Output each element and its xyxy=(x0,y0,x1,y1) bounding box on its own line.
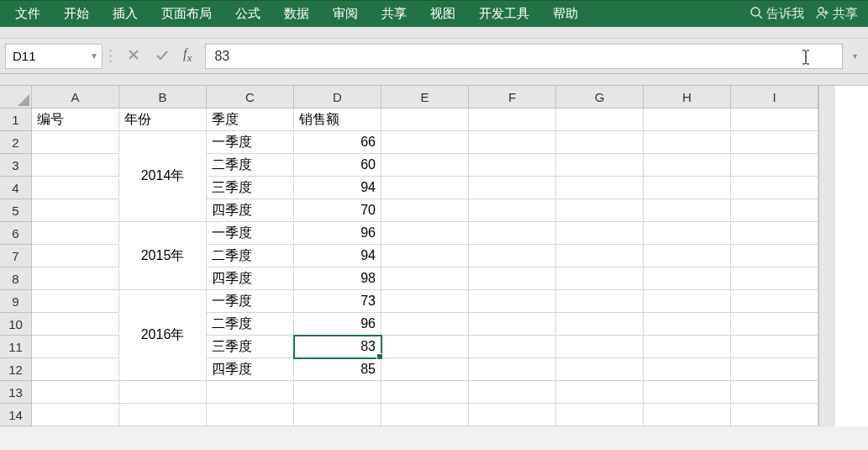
cell-C1[interactable]: 季度 xyxy=(207,109,294,131)
row-header-14[interactable]: 14 xyxy=(0,404,32,426)
ribbon-tab-0[interactable]: 文件 xyxy=(3,1,52,27)
cell-G9[interactable] xyxy=(556,290,644,313)
cell-C3[interactable]: 二季度 xyxy=(207,154,294,177)
cell-I13[interactable] xyxy=(731,381,818,404)
cell-F14[interactable] xyxy=(469,404,556,426)
cell-B14[interactable] xyxy=(119,404,207,426)
cell-G3[interactable] xyxy=(556,154,644,177)
ribbon-tab-8[interactable]: 视图 xyxy=(418,1,467,27)
col-header-F[interactable]: F xyxy=(469,86,556,109)
cell-E9[interactable] xyxy=(381,290,469,313)
cell-D7[interactable]: 94 xyxy=(294,245,381,267)
cell-F5[interactable] xyxy=(469,199,556,222)
cell-F10[interactable] xyxy=(469,313,556,336)
cell-G10[interactable] xyxy=(556,313,644,336)
cell-F6[interactable] xyxy=(469,222,556,245)
cell-F1[interactable] xyxy=(469,109,556,131)
cell-I11[interactable] xyxy=(731,336,818,358)
cell-G7[interactable] xyxy=(556,245,644,267)
cell-H6[interactable] xyxy=(644,222,731,245)
cell-E11[interactable] xyxy=(381,336,469,358)
col-header-A[interactable]: A xyxy=(32,86,119,109)
cell-C8[interactable]: 四季度 xyxy=(207,267,294,290)
ribbon-tab-10[interactable]: 帮助 xyxy=(541,1,590,27)
cell-E13[interactable] xyxy=(381,381,469,404)
cell-D3[interactable]: 60 xyxy=(294,154,381,177)
row-header-4[interactable]: 4 xyxy=(0,177,32,199)
cell-A10[interactable] xyxy=(32,313,119,336)
cell-G14[interactable] xyxy=(556,404,644,426)
cell-H8[interactable] xyxy=(644,267,731,290)
cell-F13[interactable] xyxy=(469,381,556,404)
cell-D1[interactable]: 销售额 xyxy=(294,109,381,131)
col-header-C[interactable]: C xyxy=(207,86,294,109)
cell-I9[interactable] xyxy=(731,290,818,313)
ribbon-tab-3[interactable]: 页面布局 xyxy=(150,1,224,27)
ribbon-tab-7[interactable]: 共享 xyxy=(370,1,418,27)
cell-E3[interactable] xyxy=(381,154,469,177)
cell-C7[interactable]: 二季度 xyxy=(207,245,294,267)
cell-A12[interactable] xyxy=(32,358,119,381)
cell-C10[interactable]: 二季度 xyxy=(207,313,294,336)
col-header-E[interactable]: E xyxy=(381,86,469,109)
cell-A2[interactable] xyxy=(32,131,119,154)
row-header-13[interactable]: 13 xyxy=(0,381,32,404)
cell-G2[interactable] xyxy=(556,131,644,154)
cell-F4[interactable] xyxy=(469,177,556,199)
cell-A7[interactable] xyxy=(32,245,119,267)
cell-B2[interactable]: 2014年 xyxy=(119,131,207,222)
row-header-2[interactable]: 2 xyxy=(0,131,32,154)
row-header-3[interactable]: 3 xyxy=(0,154,32,177)
cell-H2[interactable] xyxy=(644,131,731,154)
cell-C13[interactable] xyxy=(207,381,294,404)
cell-G1[interactable] xyxy=(556,109,644,131)
cell-I12[interactable] xyxy=(731,358,818,381)
cell-E12[interactable] xyxy=(381,358,469,381)
cell-E14[interactable] xyxy=(381,404,469,426)
cell-G12[interactable] xyxy=(556,358,644,381)
cell-E7[interactable] xyxy=(381,245,469,267)
row-header-5[interactable]: 5 xyxy=(0,199,32,222)
cell-A5[interactable] xyxy=(32,199,119,222)
cell-G6[interactable] xyxy=(556,222,644,245)
cell-F9[interactable] xyxy=(469,290,556,313)
name-box[interactable]: D11 ▼ xyxy=(5,44,103,69)
cell-I8[interactable] xyxy=(731,267,818,290)
drag-handle-icon[interactable] xyxy=(108,50,113,62)
cell-H10[interactable] xyxy=(644,313,731,336)
insert-function-button[interactable]: fx xyxy=(178,46,197,65)
cell-A1[interactable]: 编号 xyxy=(32,109,119,131)
cell-E6[interactable] xyxy=(381,222,469,245)
cell-F3[interactable] xyxy=(469,154,556,177)
formula-input[interactable]: 83 xyxy=(205,44,843,69)
cell-I4[interactable] xyxy=(731,177,818,199)
cell-I2[interactable] xyxy=(731,131,818,154)
cell-C11[interactable]: 三季度 xyxy=(207,336,294,358)
cell-I10[interactable] xyxy=(731,313,818,336)
cell-F7[interactable] xyxy=(469,245,556,267)
cell-F8[interactable] xyxy=(469,267,556,290)
cell-C6[interactable]: 一季度 xyxy=(207,222,294,245)
col-header-I[interactable]: I xyxy=(731,86,818,109)
cell-E10[interactable] xyxy=(381,313,469,336)
select-all-corner[interactable] xyxy=(0,86,32,109)
cell-B13[interactable] xyxy=(119,381,207,404)
cell-F12[interactable] xyxy=(469,358,556,381)
cell-D9[interactable]: 73 xyxy=(294,290,381,313)
cell-D14[interactable] xyxy=(294,404,381,426)
col-header-G[interactable]: G xyxy=(556,86,644,109)
row-header-9[interactable]: 9 xyxy=(0,290,32,313)
cell-D12[interactable]: 85 xyxy=(294,358,381,381)
cell-A9[interactable] xyxy=(32,290,119,313)
cell-C5[interactable]: 四季度 xyxy=(207,199,294,222)
col-header-D[interactable]: D xyxy=(294,86,381,109)
cell-E5[interactable] xyxy=(381,199,469,222)
cell-H9[interactable] xyxy=(644,290,731,313)
cell-H3[interactable] xyxy=(644,154,731,177)
cell-E4[interactable] xyxy=(381,177,469,199)
cell-H4[interactable] xyxy=(644,177,731,199)
tell-me-search[interactable]: 告诉我 xyxy=(750,6,804,22)
row-header-7[interactable]: 7 xyxy=(0,245,32,267)
cell-C4[interactable]: 三季度 xyxy=(207,177,294,199)
cell-H7[interactable] xyxy=(644,245,731,267)
